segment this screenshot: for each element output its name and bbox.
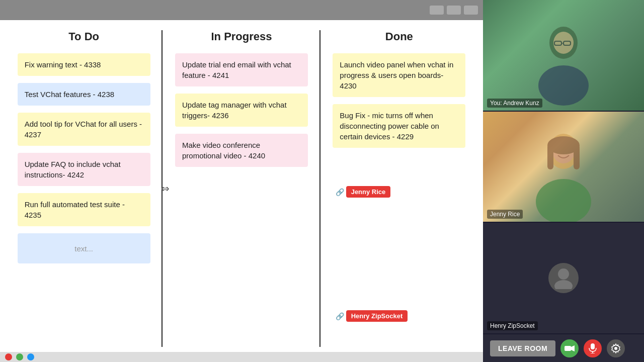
card-4240[interactable]: Make video conference promotional video …: [175, 134, 308, 167]
board-footer: [0, 352, 483, 362]
column-inprogress: In Progress Update trial end email with …: [163, 30, 320, 347]
column-inprogress-title: In Progress: [211, 30, 272, 43]
video-tile-henry: Henry ZipSocket: [483, 223, 644, 334]
card-4235[interactable]: Run full automated test suite - 4235: [18, 193, 150, 226]
header-btn-1[interactable]: [430, 6, 444, 15]
henry-badge-row: 🔗 Henry ZipSocket: [320, 310, 478, 322]
controls-bar: LEAVE ROOM: [483, 334, 644, 362]
footer-dot-blue: [27, 353, 34, 360]
column-todo-title: To Do: [68, 30, 99, 43]
leave-room-button[interactable]: LEAVE ROOM: [490, 340, 555, 356]
jenny-badge-row: 🔗 Jenny Rice: [320, 186, 478, 198]
right-panel: You: Andrew Kunz Jenny Rice Henry ZipSoc…: [483, 0, 644, 362]
board-header: [0, 0, 483, 20]
column-resize-handle[interactable]: ⇔: [161, 183, 170, 195]
header-btn-3[interactable]: [464, 6, 478, 15]
henry-link-icon: 🔗: [336, 312, 344, 320]
card-4236[interactable]: Update tag manager with vchat triggers- …: [175, 94, 308, 127]
mic-icon: [589, 343, 597, 353]
card-4242[interactable]: Update FAQ to include vchat instructions…: [18, 153, 150, 186]
settings-button[interactable]: [607, 339, 625, 357]
inprogress-cards: Update trial end email with vchat featur…: [168, 53, 315, 167]
video-tile-jenny: Jenny Rice: [483, 112, 644, 223]
henry-label: Henry ZipSocket: [487, 321, 538, 330]
card-4230[interactable]: Launch video panel when vchat in progres…: [333, 53, 465, 97]
henry-avatar: [548, 263, 579, 293]
svg-marker-15: [571, 345, 575, 351]
card-4237[interactable]: Add tool tip for VChat for all users - 4…: [18, 113, 150, 146]
camera-icon: [565, 345, 575, 352]
todo-cards: Fix warning text - 4338 Test VChat featu…: [10, 53, 157, 263]
new-card-input[interactable]: text...: [18, 233, 150, 263]
column-todo: To Do Fix warning text - 4338 Test VChat…: [5, 30, 163, 347]
jenny-silhouette: [526, 126, 601, 222]
svg-point-12: [558, 268, 569, 280]
footer-dot-red: [5, 353, 12, 360]
mic-button[interactable]: [584, 339, 602, 357]
svg-point-19: [614, 347, 617, 350]
jenny-link-icon: 🔗: [336, 188, 344, 196]
jenny-badge: Jenny Rice: [346, 186, 391, 198]
column-done: Done Launch video panel when vchat in pr…: [320, 30, 478, 347]
card-4229[interactable]: Bug Fix - mic turns off when disconnecti…: [333, 104, 465, 148]
svg-point-13: [554, 280, 573, 289]
jenny-label: Jenny Rice: [487, 210, 523, 219]
andrew-silhouette: [528, 20, 599, 106]
svg-rect-16: [591, 343, 595, 349]
done-cards: Launch video panel when vchat in progres…: [326, 53, 473, 148]
andrew-label: You: Andrew Kunz: [487, 99, 542, 108]
header-btn-2[interactable]: [447, 6, 461, 15]
card-4338[interactable]: Fix warning text - 4338: [18, 53, 150, 76]
gear-icon: [611, 343, 621, 353]
card-4241[interactable]: Update trial end email with vchat featur…: [175, 53, 308, 86]
video-tile-andrew: You: Andrew Kunz: [483, 0, 644, 112]
henry-badge: Henry ZipSocket: [346, 310, 408, 322]
kanban-board: To Do Fix warning text - 4338 Test VChat…: [0, 0, 483, 362]
card-4238[interactable]: Test VChat features - 4238: [18, 83, 150, 106]
svg-rect-10: [574, 144, 580, 169]
svg-rect-9: [547, 144, 553, 169]
kanban-columns: To Do Fix warning text - 4338 Test VChat…: [0, 20, 483, 352]
footer-dot-green: [16, 353, 23, 360]
svg-point-11: [536, 179, 591, 222]
svg-rect-14: [565, 346, 571, 351]
person-icon: [553, 267, 574, 289]
svg-point-5: [538, 65, 589, 106]
column-done-title: Done: [385, 30, 413, 43]
camera-button[interactable]: [560, 339, 579, 357]
